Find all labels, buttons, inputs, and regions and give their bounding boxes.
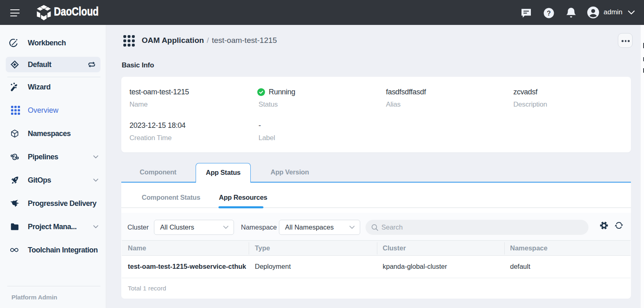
svg-text:?: ? [547, 10, 551, 17]
